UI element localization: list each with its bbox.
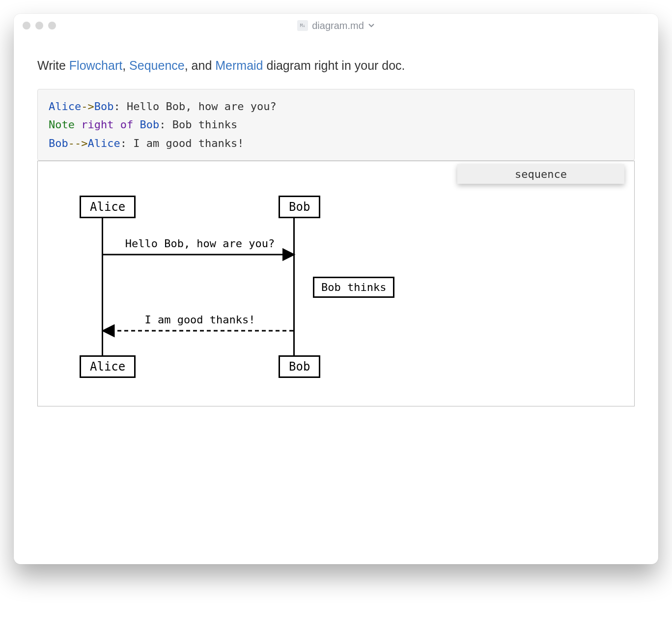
code-token-note: Note bbox=[49, 118, 75, 131]
actor-box: Bob bbox=[279, 196, 320, 218]
titlebar: M↓ diagram.md bbox=[14, 14, 658, 37]
zoom-button[interactable] bbox=[48, 22, 56, 29]
chevron-down-icon[interactable] bbox=[368, 22, 375, 29]
editor-body[interactable]: Write Flowchart, Sequence, and Mermaid d… bbox=[14, 37, 658, 426]
code-token-colon: : bbox=[113, 100, 127, 113]
actor-box: Alice bbox=[80, 196, 136, 218]
lifeline bbox=[102, 215, 103, 358]
diagram-preview: sequence Alice Bob Alice Bob Hello Bob, … bbox=[37, 161, 635, 406]
link-flowchart[interactable]: Flowchart bbox=[69, 58, 122, 72]
code-token-arrow: -> bbox=[81, 100, 94, 113]
code-token-colon: : bbox=[120, 137, 134, 149]
diagram-type-badge: sequence bbox=[457, 164, 624, 184]
close-button[interactable] bbox=[23, 22, 30, 29]
code-token-text: I am good thanks! bbox=[133, 137, 244, 149]
intro-text: , and bbox=[185, 58, 216, 72]
message-label: I am good thanks! bbox=[121, 314, 279, 326]
app-window: M↓ diagram.md Write Flowchart, Sequence,… bbox=[14, 14, 658, 564]
code-token-actor: Alice bbox=[49, 100, 81, 113]
code-token-actor: Bob bbox=[49, 137, 68, 149]
message-label: Hello Bob, how are you? bbox=[112, 237, 288, 250]
intro-text: , bbox=[122, 58, 129, 72]
actor-box: Alice bbox=[80, 355, 136, 378]
code-block[interactable]: Alice->Bob: Hello Bob, how are you? Note… bbox=[37, 89, 635, 161]
intro-text: diagram right in your doc. bbox=[263, 58, 405, 72]
link-mermaid[interactable]: Mermaid bbox=[215, 58, 263, 72]
lifeline bbox=[293, 215, 295, 358]
code-token-text: Bob thinks bbox=[172, 118, 237, 131]
code-token-rightof: right of bbox=[75, 118, 140, 131]
code-token-colon: : bbox=[159, 118, 172, 131]
window-title: diagram.md bbox=[312, 20, 364, 31]
file-type-icon: M↓ bbox=[297, 20, 308, 31]
intro-text: Write bbox=[37, 58, 69, 72]
note-box: Bob thinks bbox=[313, 277, 394, 298]
code-token-actor: Bob bbox=[140, 118, 159, 131]
link-sequence[interactable]: Sequence bbox=[129, 58, 185, 72]
code-token-text: Hello Bob, how are you? bbox=[127, 100, 277, 113]
code-token-arrow: --> bbox=[68, 137, 88, 149]
actor-box: Bob bbox=[279, 355, 320, 378]
title-group: M↓ diagram.md bbox=[14, 20, 658, 31]
minimize-button[interactable] bbox=[35, 22, 43, 29]
intro-paragraph: Write Flowchart, Sequence, and Mermaid d… bbox=[37, 57, 635, 74]
code-token-actor: Bob bbox=[94, 100, 114, 113]
code-token-actor: Alice bbox=[88, 137, 120, 149]
window-controls bbox=[23, 22, 56, 29]
